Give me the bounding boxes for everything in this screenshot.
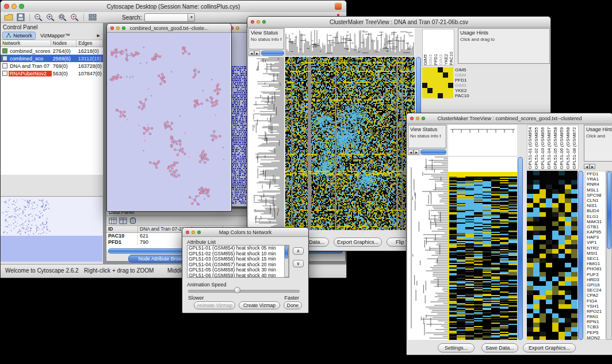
window-controls[interactable] bbox=[110, 26, 125, 30]
vertical-scrollbar[interactable] bbox=[518, 157, 523, 340]
scrollbar-thumb[interactable] bbox=[607, 171, 611, 249]
horizontal-scrollbar[interactable] bbox=[420, 150, 446, 155]
gene-label[interactable]: PHO81 bbox=[586, 266, 605, 271]
gene-label[interactable]: YSH1 bbox=[586, 304, 605, 309]
col-id[interactable]: ID bbox=[106, 226, 138, 232]
gene-label[interactable]: CPA2 bbox=[586, 293, 605, 298]
zoom-button[interactable] bbox=[19, 4, 24, 9]
close-button[interactable] bbox=[186, 231, 189, 234]
gene-label[interactable]: VIP1 bbox=[586, 240, 605, 245]
close-button[interactable] bbox=[410, 117, 414, 120]
attr-item[interactable]: GPL51-06 (GSM859) heat shock 40 min bbox=[188, 273, 289, 278]
zoom-button[interactable] bbox=[262, 20, 266, 24]
gene-label[interactable]: PAN1 bbox=[586, 314, 605, 319]
gene-label[interactable]: SEC1 bbox=[586, 256, 605, 261]
gene-label[interactable]: GTB1 bbox=[586, 224, 605, 229]
comb-main-heatmap[interactable] bbox=[448, 157, 517, 340]
window-controls[interactable] bbox=[410, 117, 425, 120]
scroll-left-button[interactable]: ◀ bbox=[584, 164, 590, 169]
minimize-button[interactable] bbox=[236, 26, 239, 30]
animation-speed-slider[interactable] bbox=[188, 290, 300, 293]
gene-label[interactable]: HMG1 bbox=[586, 261, 605, 266]
gene-label[interactable]: RNR4 bbox=[586, 182, 605, 187]
gene-label[interactable]: MSL1 bbox=[586, 187, 605, 193]
overview-canvas[interactable] bbox=[1, 197, 102, 262]
zoom-fit-icon[interactable] bbox=[58, 13, 67, 21]
gene-label[interactable]: MSI1 bbox=[586, 251, 605, 256]
close-button[interactable] bbox=[4, 4, 9, 9]
close-button[interactable] bbox=[110, 26, 114, 30]
table-row-selected[interactable]: combined_sco 2569(6) 13112(15) bbox=[1, 55, 103, 62]
gene-label[interactable]: KAP95 bbox=[586, 229, 605, 235]
zoom-button[interactable] bbox=[197, 231, 201, 234]
dna-titlebar[interactable]: ClusterMaker TreeView : DNA and Tran 07-… bbox=[247, 17, 550, 28]
table-row[interactable]: DNA and Tran 07 769(0) 183728(0) bbox=[1, 62, 103, 70]
export-graphics-button[interactable]: Export Graphics... bbox=[334, 237, 382, 247]
gene-list-scrollbar[interactable] bbox=[606, 171, 612, 340]
zoom-button[interactable] bbox=[122, 26, 125, 30]
gene-label[interactable]: ELG1 bbox=[586, 214, 605, 219]
window-controls[interactable] bbox=[4, 4, 24, 9]
main-titlebar[interactable]: Cytoscape Desktop (Session Name: collins… bbox=[1, 1, 346, 13]
gene-label[interactable]: HRD3 bbox=[586, 277, 605, 282]
animate-vizmap-button[interactable]: Animate Vizmap bbox=[194, 301, 235, 309]
gene-label[interactable]: MON2 bbox=[586, 335, 605, 340]
horizontal-scrollbar[interactable] bbox=[261, 51, 284, 56]
zoom-selected-icon[interactable] bbox=[70, 13, 79, 21]
gene-label[interactable]: GPI16 bbox=[586, 282, 605, 288]
table-row[interactable]: RNAPuberNov2 563(0) 107847(0) bbox=[1, 70, 103, 77]
network-canvas[interactable] bbox=[107, 33, 230, 210]
col-nodes[interactable]: Nodes bbox=[51, 40, 77, 47]
slider-thumb[interactable] bbox=[234, 287, 240, 293]
tab-overflow-arrow[interactable]: ▶ bbox=[97, 33, 100, 38]
search-input[interactable]: ▼ bbox=[144, 13, 195, 22]
dialog-titlebar[interactable]: Map Colors to Network bbox=[182, 228, 308, 237]
gene-label[interactable]: MAK31 bbox=[586, 219, 605, 224]
gene-label[interactable]: HAP3 bbox=[586, 235, 605, 240]
move-up-button[interactable]: ∧ bbox=[293, 247, 304, 255]
attribute-table-icon[interactable] bbox=[109, 217, 117, 224]
done-button[interactable]: Done bbox=[284, 301, 302, 309]
gene-label[interactable]: RPO21 bbox=[586, 309, 605, 314]
gene-label[interactable]: PUF3 bbox=[586, 272, 605, 277]
scroll-right-button[interactable]: ▶ bbox=[590, 164, 595, 169]
combined-titlebar[interactable]: ClusterMaker TreeView : combined_scores_… bbox=[407, 113, 612, 124]
gene-label[interactable]: CLN1 bbox=[586, 198, 605, 203]
gene-label[interactable]: FIG4 bbox=[586, 298, 605, 304]
dna-heatmap[interactable] bbox=[285, 57, 415, 230]
gene-label[interactable]: YRA1 bbox=[586, 177, 605, 182]
create-vizmap-button[interactable]: Create Vizmap bbox=[239, 301, 280, 309]
attribute-list-scrollbar[interactable] bbox=[284, 246, 289, 277]
gene-label[interactable]: NTR2 bbox=[586, 246, 605, 251]
tab-network[interactable]: Network bbox=[2, 32, 36, 40]
zoom-out-icon[interactable] bbox=[34, 13, 43, 21]
export-graphics-button[interactable]: Export Graphics... bbox=[523, 343, 576, 352]
gene-label[interactable]: TCB3 bbox=[586, 324, 605, 329]
col-edges[interactable]: Edges bbox=[76, 40, 103, 47]
save-data-button[interactable]: Save Data... bbox=[481, 343, 518, 352]
scroll-right-button[interactable]: ▶ bbox=[414, 150, 419, 155]
minimize-button[interactable] bbox=[416, 117, 419, 120]
comb-zoom-heatmap[interactable] bbox=[527, 171, 577, 340]
gene-label[interactable]: SEC24 bbox=[586, 288, 605, 293]
dna-matrix[interactable] bbox=[422, 67, 453, 98]
scroll-left-button[interactable]: ◀ bbox=[248, 51, 254, 56]
comb-col-dendro[interactable] bbox=[448, 125, 517, 156]
gene-label[interactable]: RPN1 bbox=[586, 319, 605, 324]
minimize-button[interactable] bbox=[257, 20, 260, 24]
scroll-left-button[interactable]: ◀ bbox=[408, 150, 414, 155]
dna-top-dendro[interactable] bbox=[285, 28, 415, 56]
gene-label[interactable]: SPC98 bbox=[586, 193, 605, 198]
minimize-button[interactable] bbox=[192, 231, 195, 234]
gene-label[interactable]: BUD4 bbox=[586, 208, 605, 213]
network1-titlebar[interactable]: combined_scores_good.txt--cluste... bbox=[107, 24, 231, 33]
dna-left-dendro[interactable] bbox=[248, 57, 284, 230]
close-button[interactable] bbox=[251, 20, 254, 24]
scroll-right-button[interactable]: ▶ bbox=[254, 51, 260, 56]
search-dropdown-arrow[interactable]: ▼ bbox=[188, 14, 194, 21]
settings-button[interactable]: Settings... bbox=[438, 343, 475, 352]
save-icon[interactable] bbox=[16, 13, 25, 21]
gene-label[interactable]: PFD1 bbox=[586, 171, 605, 177]
network-overview[interactable] bbox=[1, 196, 104, 262]
select-attributes-icon[interactable] bbox=[119, 217, 127, 224]
